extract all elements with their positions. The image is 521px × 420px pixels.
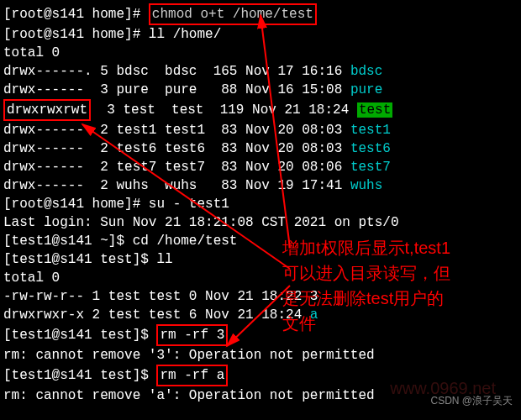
dir-test6: test6 <box>350 141 391 156</box>
ls-detail: drwx------ 2 test7 test7 83 Nov 20 08:06 <box>3 160 350 175</box>
ls-detail: drwx------ 2 test1 test1 83 Nov 20 08:03 <box>3 123 350 138</box>
error-line: rm: cannot remove '3': Operation not per… <box>3 346 518 365</box>
ls-row: drwxrwxrwt 3 test test 119 Nov 21 18:24 … <box>3 99 518 121</box>
ls-detail: drwx------ 2 test6 test6 83 Nov 20 08:03 <box>3 141 350 156</box>
csdn-watermark: CSDN @浪子吴天 <box>430 394 513 408</box>
annotation-line: 可以进入目录读写，但 <box>282 260 518 286</box>
terminal-line: Last login: Sun Nov 21 18:21:08 CST 2021… <box>3 213 518 232</box>
ls-detail: drwx------. 5 bdsc bdsc 165 Nov 17 16:16 <box>3 64 350 79</box>
terminal-line: [root@s141 home]# su - test1 <box>3 195 518 213</box>
shell-prompt: [test1@s141 test]$ <box>3 328 156 343</box>
ls-row: drwx------ 2 wuhs wuhs 83 Nov 19 17:41 w… <box>3 176 518 195</box>
ls-row: drwx------ 2 test7 test7 83 Nov 20 08:06… <box>3 158 518 176</box>
annotation-line: 文件 <box>282 311 518 336</box>
ls-row: drwx------ 2 test6 test6 83 Nov 20 08:03… <box>3 139 518 158</box>
ls-row: drwx------ 3 pure pure 88 Nov 16 15:08 p… <box>3 81 518 99</box>
shell-prompt: [test1@s141 test]$ <box>3 368 156 383</box>
ls-row: drwx------. 5 bdsc bdsc 165 Nov 17 16:16… <box>3 62 518 81</box>
dir-wuhs: wuhs <box>350 178 382 193</box>
highlight-sticky-perms: drwxrwxrwt <box>3 99 91 121</box>
terminal-line: [root@s141 home]# ll /home/ <box>3 25 518 44</box>
dir-test1: test1 <box>350 123 391 138</box>
dir-test7: test7 <box>350 160 391 175</box>
terminal-line: total 0 <box>3 44 518 62</box>
ls-detail: drwx------ 2 wuhs wuhs 83 Nov 19 17:41 <box>3 178 350 193</box>
dir-bdsc: bdsc <box>350 64 382 79</box>
ls-detail: 3 test test 119 Nov 21 18:24 <box>91 102 357 118</box>
ls-detail: drwx------ 3 pure pure 88 Nov 16 15:08 <box>3 82 350 97</box>
terminal-line: [root@s141 home]# chmod o+t /home/test <box>3 3 518 25</box>
highlight-rm-3: rm -rf 3 <box>156 324 228 346</box>
highlight-chmod-cmd: chmod o+t /home/test <box>149 3 317 25</box>
ls-row: drwx------ 2 test1 test1 83 Nov 20 08:03… <box>3 121 518 139</box>
ls-detail: drwxrwxr-x 2 test test 6 Nov 21 18:24 <box>3 307 310 323</box>
dir-pure: pure <box>350 82 382 97</box>
shell-prompt: [root@s141 home]# <box>3 7 149 22</box>
dir-test-sticky: test <box>357 102 392 118</box>
annotation-line: 是无法删除test用户的 <box>282 286 518 311</box>
annotation-text: 增加t权限后显示t,test1 可以进入目录读写，但 是无法删除test用户的 … <box>282 235 518 336</box>
annotation-line: 增加t权限后显示t,test1 <box>282 235 518 260</box>
highlight-rm-a: rm -rf a <box>156 365 228 386</box>
